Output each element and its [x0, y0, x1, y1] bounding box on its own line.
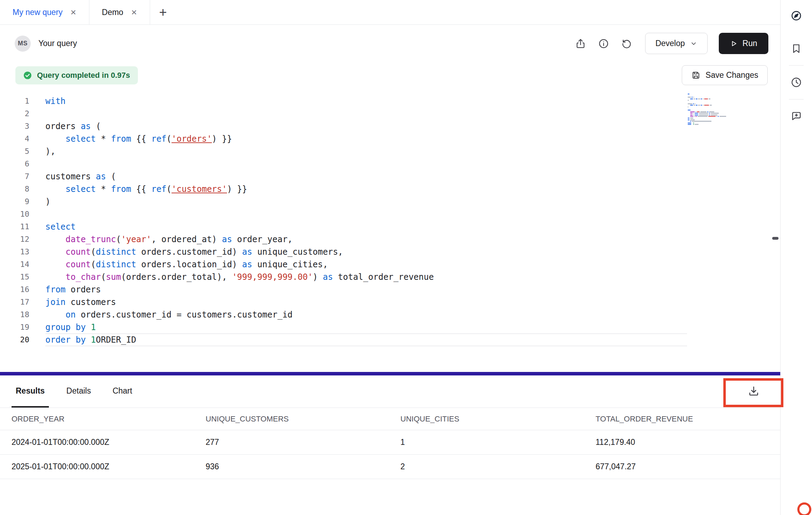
column-header: UNIQUE_CUSTOMERS [194, 415, 389, 424]
code-text: join customers [45, 296, 116, 308]
results-body: 2024-01-01T00:00:00.000Z2771112,179.4020… [0, 430, 780, 479]
code-line[interactable]: 13 count(distinct orders.customer_id) as… [0, 246, 780, 258]
table-cell: 677,047.27 [584, 462, 780, 471]
status-row: Query completed in 0.97s Save Changes [0, 62, 780, 88]
table-row[interactable]: 2024-01-01T00:00:00.000Z2771112,179.40 [0, 430, 780, 455]
editor-tab-demo[interactable]: Demo✕ [89, 0, 150, 24]
table-cell: 2024-01-01T00:00:00.000Z [0, 438, 194, 447]
code-line[interactable]: 2 [0, 107, 780, 120]
line-number: 4 [0, 133, 29, 145]
line-number: 15 [0, 271, 29, 283]
tab-label: Demo [102, 8, 123, 17]
history-icon [621, 38, 632, 49]
run-label: Run [743, 39, 757, 48]
tab-close-icon[interactable]: ✕ [131, 9, 137, 16]
results-tab-results[interactable]: Results [12, 375, 49, 408]
line-number: 12 [0, 233, 29, 246]
chevron-down-icon [690, 40, 697, 47]
app-root: My new query✕Demo✕ + MS Your query Devel… [0, 0, 812, 515]
code-line[interactable]: 17join customers [0, 296, 780, 308]
code-line[interactable]: 15 to_char(sum(orders.order_total), '999… [0, 271, 780, 283]
history-sidebar-button[interactable] [789, 75, 804, 90]
results-tab-chart[interactable]: Chart [108, 375, 136, 408]
line-number: 2 [0, 107, 29, 120]
explore-button[interactable] [789, 8, 804, 23]
line-number: 17 [0, 296, 29, 308]
code-text: count(distinct orders.location_id) as un… [45, 258, 328, 271]
code-line[interactable]: 3orders as ( [0, 120, 780, 133]
code-line[interactable]: 8 select * from {{ ref('customers') }} [0, 183, 780, 195]
code-line[interactable]: 6 [0, 158, 780, 170]
code-text: order by 1ORDER_ID [45, 334, 687, 346]
bookmark-icon [790, 43, 802, 54]
save-changes-button[interactable]: Save Changes [682, 65, 768, 85]
code-line[interactable]: 18 on orders.customer_id = customers.cus… [0, 308, 780, 321]
develop-dropdown[interactable]: Develop [645, 33, 707, 54]
table-cell: 112,179.40 [584, 438, 780, 447]
panel-divider[interactable] [0, 372, 780, 375]
code-text: customers as ( [45, 170, 116, 183]
line-number: 5 [0, 145, 29, 158]
line-number: 8 [0, 183, 29, 195]
minimap[interactable] [688, 94, 726, 126]
history-button[interactable] [621, 38, 633, 50]
table-cell: 936 [194, 462, 389, 471]
query-toolbar: MS Your query Develop Run [0, 25, 780, 62]
code-line[interactable]: 20order by 1ORDER_ID [0, 334, 780, 346]
code-line[interactable]: 7customers as ( [0, 170, 780, 183]
line-number: 9 [0, 195, 29, 208]
column-header: UNIQUE_CITIES [389, 415, 584, 424]
line-number: 19 [0, 321, 29, 334]
status-badge: Query completed in 0.97s [15, 66, 138, 84]
tab-label: My new query [13, 8, 62, 17]
code-text: with [45, 95, 66, 107]
code-text: select * from {{ ref('orders') }} [45, 133, 232, 145]
code-line[interactable]: 5), [0, 145, 780, 158]
results-tab-bar: ResultsDetailsChart [0, 375, 780, 408]
share-icon [575, 38, 586, 49]
play-icon [730, 40, 738, 47]
sql-editor[interactable]: 1with23orders as (4 select * from {{ ref… [0, 88, 780, 372]
code-line[interactable]: 12 date_trunc('year', ordered_at) as ord… [0, 233, 780, 246]
new-tab-button[interactable]: + [150, 0, 176, 24]
line-number: 7 [0, 170, 29, 183]
code-line[interactable]: 1with [0, 95, 780, 107]
bookmarks-button[interactable] [789, 41, 804, 56]
info-button[interactable] [598, 38, 610, 50]
results-tab-details[interactable]: Details [62, 375, 95, 408]
code-text: ), [45, 145, 56, 158]
table-row[interactable]: 2025-01-01T00:00:00.000Z9362677,047.27 [0, 455, 780, 479]
line-number: 6 [0, 158, 29, 170]
save-icon [691, 70, 701, 80]
code-line[interactable]: 14 count(distinct orders.location_id) as… [0, 258, 780, 271]
editor-tab-my-new-query[interactable]: My new query✕ [0, 0, 89, 24]
results-panel: ResultsDetailsChart ORDER_YEARUNIQUE_CUS… [0, 375, 780, 515]
main-area: My new query✕Demo✕ + MS Your query Devel… [0, 0, 780, 515]
line-number: 18 [0, 308, 29, 321]
code-line[interactable]: 16from orders [0, 283, 780, 296]
tab-close-icon[interactable]: ✕ [70, 9, 76, 16]
code-line[interactable]: 9) [0, 195, 780, 208]
code-line[interactable]: 10 [0, 208, 780, 221]
code-line[interactable]: 4 select * from {{ ref('orders') }} [0, 133, 780, 145]
line-number: 10 [0, 208, 29, 221]
scrollbar-handle[interactable] [772, 237, 778, 240]
code-text: to_char(sum(orders.order_total), '999,99… [45, 271, 434, 283]
code-text: group by 1 [45, 321, 96, 334]
sidebar-divider [789, 99, 804, 99]
check-circle-icon [23, 71, 32, 80]
table-cell: 277 [194, 438, 389, 447]
chat-icon [790, 110, 802, 122]
code-text: count(distinct orders.customer_id) as un… [45, 246, 343, 258]
share-button[interactable] [575, 38, 586, 50]
line-number: 14 [0, 258, 29, 271]
info-icon [598, 38, 609, 49]
run-button[interactable]: Run [719, 33, 768, 54]
code-line[interactable]: 11select [0, 221, 780, 233]
tab-list: My new query✕Demo✕ [0, 0, 150, 24]
download-button[interactable] [747, 385, 761, 398]
feedback-button[interactable] [789, 109, 804, 124]
code-line[interactable]: 19group by 1 [0, 321, 780, 334]
page-title: Your query [38, 39, 77, 48]
download-icon [747, 385, 760, 397]
